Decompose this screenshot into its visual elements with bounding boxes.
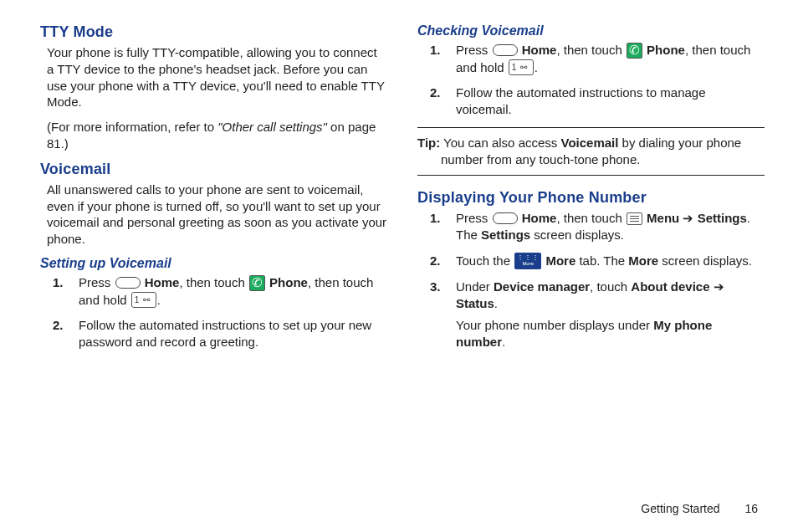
- text: , then touch: [179, 275, 248, 289]
- voicemail-heading: Voicemail: [40, 161, 387, 178]
- home-button-icon: [115, 277, 141, 289]
- arrow-icon: ➔: [710, 279, 724, 294]
- text: .: [157, 293, 161, 307]
- text: , then touch: [556, 43, 626, 57]
- home-label: Home: [522, 43, 557, 57]
- text: More: [628, 253, 658, 268]
- manual-page: TTY Mode Your phone is fully TTY-compati…: [0, 0, 798, 532]
- settings-label: Settings: [698, 211, 747, 225]
- home-label: Home: [522, 211, 557, 225]
- page-footer: Getting Started 16: [641, 502, 758, 515]
- text: Your phone number displays under: [456, 318, 653, 332]
- tip-label: Tip:: [417, 136, 440, 150]
- phone-app-icon: [249, 275, 265, 291]
- menu-label: Menu: [647, 211, 679, 225]
- text: screen displays.: [658, 253, 752, 268]
- list-item: Follow the automated instructions to man…: [451, 84, 765, 119]
- home-button-icon: [493, 44, 518, 56]
- displaying-phone-number-heading: Displaying Your Phone Number: [417, 189, 765, 207]
- list-item: Touch the More tab. The More screen disp…: [451, 253, 765, 270]
- text: Voicemail: [560, 136, 618, 150]
- text: Under: [456, 279, 494, 294]
- text: tab. The: [575, 253, 628, 268]
- phone-app-icon: [627, 43, 642, 59]
- arrow-icon: ➔: [679, 211, 697, 225]
- horizontal-rule: [417, 175, 765, 176]
- text: Settings: [481, 228, 530, 242]
- list-item: Follow the automated instructions to set…: [74, 317, 387, 351]
- text: Touch the: [456, 253, 514, 268]
- phone-label: Phone: [269, 275, 308, 289]
- section-title: Getting Started: [641, 502, 719, 515]
- text: Press: [456, 211, 492, 225]
- text: .: [494, 296, 498, 310]
- list-item: Press Home, then touch Phone, then touch…: [451, 42, 765, 76]
- tty-mode-heading: TTY Mode: [40, 23, 387, 41]
- text: .: [535, 60, 538, 74]
- left-column: TTY Mode Your phone is fully TTY-compati…: [40, 23, 387, 524]
- list-item: Press Home, then touch Phone, then touch…: [74, 274, 387, 309]
- keypad-one-icon: [131, 292, 156, 308]
- home-label: Home: [145, 275, 180, 289]
- reference-link-text: "Other call settings": [217, 120, 327, 134]
- text: .: [502, 335, 505, 349]
- list-item: Press Home, then touch Menu ➔ Settings. …: [451, 210, 765, 244]
- menu-icon: [627, 212, 642, 225]
- page-number: 16: [744, 502, 758, 515]
- text: About device: [631, 279, 709, 294]
- text: Press: [79, 275, 115, 289]
- right-column: Checking Voicemail Press Home, then touc…: [417, 23, 765, 524]
- more-label: More: [545, 253, 575, 268]
- list-item: Under Device manager, touch About device…: [451, 279, 765, 351]
- keypad-one-icon: [509, 59, 534, 75]
- voicemail-paragraph: All unanswered calls to your phone are s…: [47, 182, 387, 248]
- text: Status: [456, 296, 494, 310]
- more-tab-icon: [514, 253, 541, 269]
- tip-block: Tip: You can also access Voicemail by di…: [417, 135, 765, 169]
- text: screen displays.: [530, 228, 624, 242]
- setting-up-voicemail-heading: Setting up Voicemail: [40, 256, 387, 271]
- horizontal-rule: [417, 127, 765, 128]
- tty-mode-paragraph: Your phone is fully TTY-compatible, allo…: [47, 44, 387, 110]
- text: , then touch: [556, 211, 626, 225]
- tty-mode-reference: (For more information, refer to "Other c…: [47, 119, 387, 152]
- text: You can also access: [440, 136, 560, 150]
- phone-label: Phone: [647, 43, 685, 57]
- display-number-steps: Press Home, then touch Menu ➔ Settings. …: [432, 210, 765, 351]
- text: (For more information, refer to: [47, 120, 217, 134]
- text: , touch: [590, 279, 631, 294]
- home-button-icon: [493, 212, 518, 224]
- text: Device manager: [494, 279, 590, 294]
- text: Press: [456, 43, 492, 57]
- checking-voicemail-heading: Checking Voicemail: [417, 23, 765, 38]
- checking-voicemail-steps: Press Home, then touch Phone, then touch…: [432, 42, 765, 119]
- setup-voicemail-steps: Press Home, then touch Phone, then touch…: [55, 274, 387, 351]
